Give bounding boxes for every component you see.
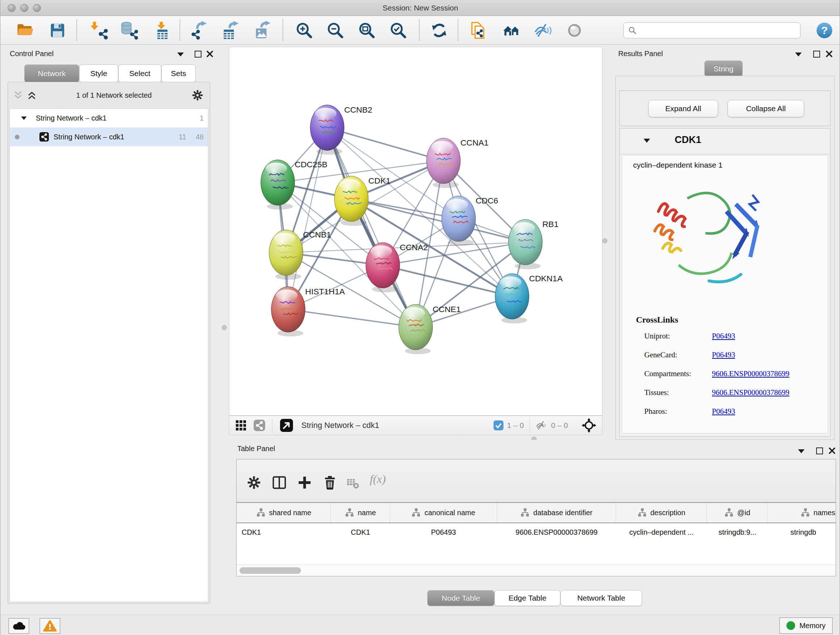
network-collection-row[interactable]: String Network – cdk1 1 [10, 109, 208, 127]
network-canvas[interactable]: CCNB2CCNA1CDC25BCDK1CDC6RB1CCNB1CCNA2CDK… [229, 47, 602, 416]
delete-column-trash-icon[interactable] [322, 475, 338, 491]
node-CCNB1[interactable] [269, 230, 303, 280]
node-CCNE1[interactable] [399, 304, 433, 355]
gear-icon[interactable] [246, 475, 262, 491]
open-session-button[interactable] [15, 20, 35, 41]
export-image-button[interactable] [253, 20, 273, 41]
network-row-selected[interactable]: String Network – cdk1 11 48 [10, 127, 208, 146]
zoom-out-button[interactable] [325, 20, 346, 41]
function-builder-button[interactable]: f(x) [370, 472, 386, 486]
gear-icon[interactable] [191, 89, 204, 102]
column-header-sharedname[interactable]: shared name [237, 503, 331, 523]
node-CDC25B[interactable] [261, 160, 295, 210]
cell-databaseidentifier[interactable]: 9606.ENSP00000378699 [497, 524, 616, 540]
panel-menu-caret-icon[interactable] [177, 52, 184, 57]
search-input[interactable] [639, 27, 791, 35]
save-session-button[interactable] [47, 20, 68, 41]
collapse-all-chevrons-icon[interactable] [13, 90, 23, 100]
float-panel-button[interactable] [813, 51, 820, 57]
cloud-status-button[interactable] [8, 618, 29, 634]
help-button[interactable]: ? [814, 20, 835, 41]
search-box[interactable] [623, 22, 801, 38]
close-panel-button[interactable] [826, 50, 833, 57]
collapse-all-button[interactable]: Collapse All [728, 100, 804, 117]
tab-select[interactable]: Select [118, 65, 161, 82]
import-table-button[interactable] [152, 20, 172, 41]
table-row[interactable]: CDK1CDK1P064939606.ENSP00000378699cyclin… [237, 524, 836, 540]
add-column-icon[interactable] [297, 475, 313, 491]
network-graph[interactable]: CCNB2CCNA1CDC25BCDK1CDC6RB1CCNB1CCNA2CDK… [229, 47, 602, 415]
node-CCNB2[interactable] [310, 105, 344, 155]
close-panel-button[interactable] [829, 447, 836, 454]
cell-namespace[interactable]: stringdb [768, 524, 836, 540]
expand-all-button[interactable]: Expand All [648, 100, 718, 117]
cell-name[interactable]: CDK1 [331, 524, 390, 540]
crosslink-link[interactable]: 9606.ENSP00000378699 [712, 369, 789, 378]
crosslink-link[interactable]: P06493 [712, 350, 735, 359]
network-from-selection-button[interactable] [469, 20, 489, 41]
edge-CCNB2-CCNE1[interactable] [327, 128, 416, 327]
crosslink-link[interactable]: P06493 [712, 407, 735, 416]
gray-orb-button[interactable] [564, 20, 584, 41]
close-window-button[interactable] [8, 4, 16, 12]
memory-button[interactable]: Memory [779, 617, 833, 634]
column-header-canonicalname[interactable]: canonical name [390, 503, 497, 523]
zoom-in-button[interactable] [294, 20, 314, 41]
tab-node-table[interactable]: Node Table [427, 590, 494, 606]
zoom-selected-button[interactable] [388, 20, 409, 41]
crosslink-link[interactable]: P06493 [712, 332, 735, 340]
scrollbar-thumb[interactable] [240, 567, 301, 574]
tab-edge-table[interactable]: Edge Table [494, 590, 561, 606]
column-header-namespace[interactable]: namespace [768, 503, 836, 523]
cell-sharedname[interactable]: CDK1 [237, 524, 331, 540]
panel-menu-caret-icon[interactable] [795, 52, 802, 57]
hidden-eye-slash-icon[interactable] [535, 419, 547, 432]
export-table-button[interactable] [221, 20, 241, 41]
warning-status-button[interactable] [39, 618, 60, 634]
node-HIST1H1A[interactable] [271, 287, 305, 337]
table-header-row[interactable]: shared namenamecanonical namedatabase id… [237, 502, 836, 523]
edge-CCNB2-HIST1H1A[interactable] [288, 128, 327, 310]
birds-eye-crosshair-icon[interactable] [582, 418, 596, 432]
node-CDC6[interactable] [442, 196, 476, 246]
crosslink-link[interactable]: 9606.ENSP00000378699 [712, 388, 789, 397]
double-house-button[interactable] [501, 20, 522, 41]
node-RB1[interactable] [508, 219, 542, 269]
tab-style[interactable]: Style [79, 65, 118, 82]
right-splitter-handle[interactable] [602, 238, 607, 243]
column-header-databaseidentifier[interactable]: database identifier [497, 503, 616, 523]
tab-network[interactable]: Network [24, 65, 79, 82]
zoom-window-button[interactable] [33, 4, 41, 12]
tab-network-table[interactable]: Network Table [561, 590, 642, 606]
column-header-id[interactable]: @id [707, 503, 768, 523]
delete-table-icon[interactable] [346, 476, 360, 491]
column-header-name[interactable]: name [331, 503, 390, 523]
share-view-icon[interactable] [253, 419, 265, 432]
tab-sets[interactable]: Sets [161, 65, 196, 82]
tab-string[interactable]: String [704, 60, 743, 77]
import-network-button[interactable] [88, 20, 109, 41]
node-CDKN1A[interactable] [495, 274, 529, 324]
goto-network-icon[interactable] [279, 418, 294, 432]
panel-menu-caret-icon[interactable] [798, 449, 805, 453]
expand-all-chevrons-icon[interactable] [27, 90, 37, 100]
tree-expander-icon[interactable] [21, 116, 27, 119]
edge-HIST1H1A-CCNE1[interactable] [288, 310, 416, 327]
import-network-from-database-button[interactable] [118, 20, 139, 41]
zoom-fit-button[interactable] [357, 20, 377, 41]
export-network-button[interactable] [190, 20, 210, 41]
gene-expander-icon[interactable] [644, 139, 650, 143]
edge-CCNB2-CCNA1[interactable] [327, 128, 443, 161]
left-splitter-handle[interactable] [222, 325, 227, 330]
close-panel-button[interactable] [206, 50, 213, 57]
refresh-layout-button[interactable] [429, 20, 449, 41]
hide-details-button[interactable] [532, 20, 553, 41]
edge-CCNA2-CDKN1A[interactable] [383, 265, 512, 296]
cell-id[interactable]: stringdb:9... [707, 524, 768, 540]
edge-CDK1-RB1[interactable] [351, 199, 525, 242]
cell-canonicalname[interactable]: P06493 [390, 524, 497, 540]
cell-description[interactable]: cyclin–dependent ... [616, 524, 707, 540]
selected-checkbox-icon[interactable] [493, 420, 504, 431]
minimize-window-button[interactable] [20, 4, 28, 12]
float-panel-button[interactable] [195, 51, 202, 57]
